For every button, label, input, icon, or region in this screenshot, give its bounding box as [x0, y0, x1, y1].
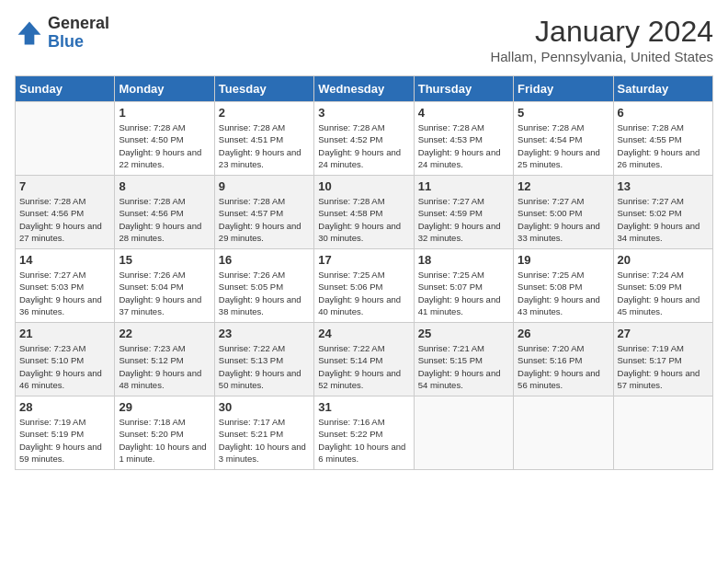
day-info: Sunrise: 7:28 AMSunset: 4:57 PMDaylight:…	[219, 195, 310, 244]
day-number: 29	[119, 400, 210, 414]
calendar-cell: 6Sunrise: 7:28 AMSunset: 4:55 PMDaylight…	[613, 102, 712, 176]
location-title: Hallam, Pennsylvania, United States	[490, 49, 713, 64]
day-number: 4	[418, 106, 509, 120]
day-info: Sunrise: 7:28 AMSunset: 4:51 PMDaylight:…	[219, 121, 310, 170]
calendar-cell: 2Sunrise: 7:28 AMSunset: 4:51 PMDaylight…	[214, 102, 313, 176]
day-number: 24	[318, 327, 409, 340]
day-number: 15	[119, 253, 210, 267]
day-number: 14	[19, 253, 110, 267]
calendar-cell: 8Sunrise: 7:28 AMSunset: 4:56 PMDaylight…	[115, 176, 214, 249]
title-block: January 2024 Hallam, Pennsylvania, Unite…	[490, 15, 713, 64]
calendar-cell: 21Sunrise: 7:23 AMSunset: 5:10 PMDayligh…	[16, 323, 115, 396]
calendar-cell: 27Sunrise: 7:19 AMSunset: 5:17 PMDayligh…	[613, 323, 712, 396]
month-title: January 2024	[490, 15, 713, 49]
day-info: Sunrise: 7:24 AMSunset: 5:09 PMDaylight:…	[618, 269, 709, 317]
header-cell-thursday: Thursday	[414, 76, 513, 102]
day-info: Sunrise: 7:28 AMSunset: 4:54 PMDaylight:…	[518, 121, 609, 170]
logo: General Blue	[15, 15, 109, 52]
day-info: Sunrise: 7:19 AMSunset: 5:19 PMDaylight:…	[19, 416, 110, 465]
day-number: 31	[318, 400, 409, 414]
calendar-cell: 20Sunrise: 7:24 AMSunset: 5:09 PMDayligh…	[613, 249, 712, 323]
calendar-cell: 15Sunrise: 7:26 AMSunset: 5:04 PMDayligh…	[115, 249, 214, 323]
day-number: 1	[119, 106, 210, 120]
logo-text: General Blue	[48, 15, 109, 52]
day-info: Sunrise: 7:26 AMSunset: 5:04 PMDaylight:…	[119, 269, 210, 317]
calendar-cell: 11Sunrise: 7:27 AMSunset: 4:59 PMDayligh…	[414, 176, 513, 249]
calendar-cell: 30Sunrise: 7:17 AMSunset: 5:21 PMDayligh…	[214, 396, 313, 470]
day-info: Sunrise: 7:28 AMSunset: 4:55 PMDaylight:…	[618, 121, 709, 170]
calendar-cell: 7Sunrise: 7:28 AMSunset: 4:56 PMDaylight…	[16, 176, 115, 249]
calendar-cell: 22Sunrise: 7:23 AMSunset: 5:12 PMDayligh…	[115, 323, 214, 396]
day-number: 12	[518, 179, 609, 193]
day-number: 28	[19, 400, 110, 414]
logo-blue-text: Blue	[48, 33, 109, 52]
day-info: Sunrise: 7:28 AMSunset: 4:52 PMDaylight:…	[318, 121, 409, 170]
day-number: 6	[618, 106, 709, 120]
calendar-cell: 24Sunrise: 7:22 AMSunset: 5:14 PMDayligh…	[314, 323, 414, 396]
day-info: Sunrise: 7:23 AMSunset: 5:12 PMDaylight:…	[119, 342, 210, 391]
day-number: 11	[418, 179, 509, 193]
day-info: Sunrise: 7:23 AMSunset: 5:10 PMDaylight:…	[19, 342, 110, 391]
day-number: 23	[219, 327, 310, 340]
day-number: 13	[618, 179, 709, 193]
logo-general-text: General	[48, 15, 109, 33]
calendar-cell	[414, 396, 513, 470]
day-info: Sunrise: 7:19 AMSunset: 5:17 PMDaylight:…	[618, 342, 709, 391]
header-cell-monday: Monday	[115, 76, 214, 102]
day-info: Sunrise: 7:28 AMSunset: 4:56 PMDaylight:…	[119, 195, 210, 244]
calendar-cell: 31Sunrise: 7:16 AMSunset: 5:22 PMDayligh…	[314, 396, 414, 470]
day-info: Sunrise: 7:27 AMSunset: 5:02 PMDaylight:…	[618, 195, 709, 244]
day-info: Sunrise: 7:18 AMSunset: 5:20 PMDaylight:…	[119, 416, 210, 465]
week-row-4: 21Sunrise: 7:23 AMSunset: 5:10 PMDayligh…	[16, 323, 713, 396]
calendar-cell: 28Sunrise: 7:19 AMSunset: 5:19 PMDayligh…	[16, 396, 115, 470]
calendar-cell: 3Sunrise: 7:28 AMSunset: 4:52 PMDaylight…	[314, 102, 414, 176]
calendar-cell: 25Sunrise: 7:21 AMSunset: 5:15 PMDayligh…	[414, 323, 513, 396]
day-number: 3	[318, 106, 409, 120]
calendar-cell	[613, 396, 712, 470]
header-row: SundayMondayTuesdayWednesdayThursdayFrid…	[16, 76, 713, 102]
day-number: 19	[518, 253, 609, 267]
header-cell-tuesday: Tuesday	[214, 76, 313, 102]
logo-icon	[15, 18, 44, 48]
day-info: Sunrise: 7:22 AMSunset: 5:13 PMDaylight:…	[219, 342, 310, 391]
calendar-cell: 17Sunrise: 7:25 AMSunset: 5:06 PMDayligh…	[314, 249, 414, 323]
day-info: Sunrise: 7:25 AMSunset: 5:08 PMDaylight:…	[518, 269, 609, 317]
calendar-cell: 18Sunrise: 7:25 AMSunset: 5:07 PMDayligh…	[414, 249, 513, 323]
header-cell-saturday: Saturday	[613, 76, 712, 102]
day-number: 5	[518, 106, 609, 120]
day-number: 2	[219, 106, 310, 120]
day-number: 21	[19, 327, 110, 340]
header-cell-wednesday: Wednesday	[314, 76, 414, 102]
day-number: 9	[219, 179, 310, 193]
calendar-cell: 9Sunrise: 7:28 AMSunset: 4:57 PMDaylight…	[214, 176, 313, 249]
day-number: 30	[219, 400, 310, 414]
calendar-cell: 26Sunrise: 7:20 AMSunset: 5:16 PMDayligh…	[514, 323, 613, 396]
week-row-2: 7Sunrise: 7:28 AMSunset: 4:56 PMDaylight…	[16, 176, 713, 249]
day-info: Sunrise: 7:25 AMSunset: 5:07 PMDaylight:…	[418, 269, 509, 317]
header-cell-friday: Friday	[514, 76, 613, 102]
calendar-table: SundayMondayTuesdayWednesdayThursdayFrid…	[15, 75, 713, 470]
calendar-cell: 29Sunrise: 7:18 AMSunset: 5:20 PMDayligh…	[115, 396, 214, 470]
day-number: 8	[119, 179, 210, 193]
day-info: Sunrise: 7:28 AMSunset: 4:58 PMDaylight:…	[318, 195, 409, 244]
day-info: Sunrise: 7:21 AMSunset: 5:15 PMDaylight:…	[418, 342, 509, 391]
page-header: General Blue January 2024 Hallam, Pennsy…	[15, 15, 713, 64]
day-number: 22	[119, 327, 210, 340]
calendar-cell	[514, 396, 613, 470]
day-info: Sunrise: 7:27 AMSunset: 5:00 PMDaylight:…	[518, 195, 609, 244]
day-info: Sunrise: 7:20 AMSunset: 5:16 PMDaylight:…	[518, 342, 609, 391]
day-number: 16	[219, 253, 310, 267]
day-info: Sunrise: 7:27 AMSunset: 5:03 PMDaylight:…	[19, 269, 110, 317]
calendar-cell: 14Sunrise: 7:27 AMSunset: 5:03 PMDayligh…	[16, 249, 115, 323]
calendar-cell: 23Sunrise: 7:22 AMSunset: 5:13 PMDayligh…	[214, 323, 313, 396]
calendar-cell: 16Sunrise: 7:26 AMSunset: 5:05 PMDayligh…	[214, 249, 313, 323]
week-row-5: 28Sunrise: 7:19 AMSunset: 5:19 PMDayligh…	[16, 396, 713, 470]
day-info: Sunrise: 7:22 AMSunset: 5:14 PMDaylight:…	[318, 342, 409, 391]
day-number: 10	[318, 179, 409, 193]
day-number: 17	[318, 253, 409, 267]
calendar-cell: 19Sunrise: 7:25 AMSunset: 5:08 PMDayligh…	[514, 249, 613, 323]
day-info: Sunrise: 7:25 AMSunset: 5:06 PMDaylight:…	[318, 269, 409, 317]
header-cell-sunday: Sunday	[16, 76, 115, 102]
calendar-cell: 12Sunrise: 7:27 AMSunset: 5:00 PMDayligh…	[514, 176, 613, 249]
svg-marker-0	[18, 21, 41, 44]
